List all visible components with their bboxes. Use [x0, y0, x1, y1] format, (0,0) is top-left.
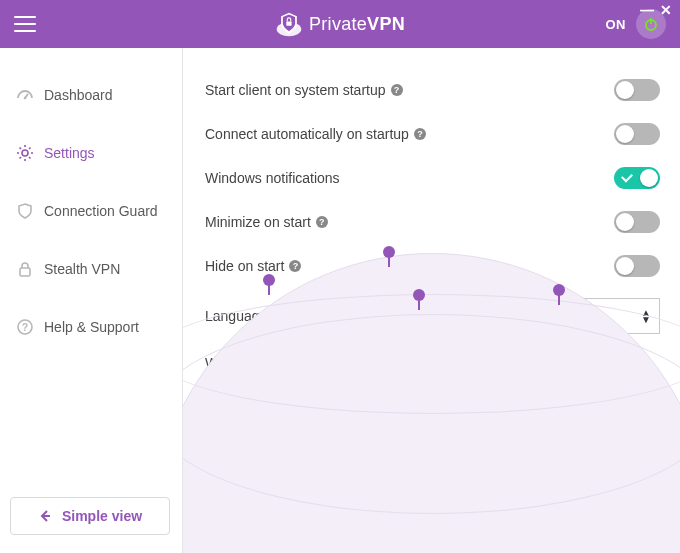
simple-view-label: Simple view — [62, 508, 142, 524]
setting-label: Connect automatically on startup? — [205, 126, 614, 142]
sidebar-item-dashboard[interactable]: Dashboard — [0, 76, 182, 114]
toggle-start-on-startup[interactable] — [614, 79, 660, 101]
svg-point-5 — [24, 97, 27, 100]
toggle-windows-notifications[interactable] — [614, 167, 660, 189]
map-pin-icon — [553, 284, 565, 296]
sidebar-item-label: Connection Guard — [44, 203, 158, 219]
setting-label: Minimize on start? — [205, 214, 614, 230]
toggle-connect-auto[interactable] — [614, 123, 660, 145]
map-pin-icon — [263, 274, 275, 286]
svg-line-11 — [20, 148, 22, 150]
help-icon[interactable]: ? — [391, 84, 403, 96]
close-button[interactable]: ✕ — [660, 2, 672, 18]
sidebar-item-help-support[interactable]: ? Help & Support — [0, 308, 182, 346]
sidebar-item-stealth-vpn[interactable]: Stealth VPN — [0, 250, 182, 288]
map-pin-icon — [383, 246, 395, 258]
help-icon[interactable]: ? — [289, 260, 301, 272]
minimize-button[interactable]: — — [640, 2, 654, 18]
help-icon[interactable]: ? — [414, 128, 426, 140]
setting-label: Windows notifications — [205, 170, 614, 186]
shield-outline-icon — [16, 202, 34, 220]
lock-icon — [16, 260, 34, 278]
svg-line-13 — [20, 157, 22, 159]
sidebar: Dashboard Settings Connection Guard Stea… — [0, 48, 183, 553]
arrow-left-icon — [38, 509, 52, 523]
help-icon[interactable]: ? — [316, 216, 328, 228]
sidebar-item-connection-guard[interactable]: Connection Guard — [0, 192, 182, 230]
app-logo: PrivateVPN — [275, 10, 405, 38]
question-icon: ? — [16, 318, 34, 336]
toggle-hide-on-start[interactable] — [614, 255, 660, 277]
setting-label: Start client on system startup? — [205, 82, 614, 98]
sidebar-item-label: Dashboard — [44, 87, 113, 103]
gauge-icon — [16, 86, 34, 104]
svg-line-14 — [29, 148, 31, 150]
brand-text: PrivateVPN — [309, 14, 405, 35]
menu-icon[interactable] — [14, 16, 36, 32]
svg-point-6 — [22, 150, 28, 156]
title-bar: PrivateVPN ON — ✕ — [0, 0, 680, 48]
svg-text:?: ? — [22, 322, 28, 333]
toggle-minimize-on-start[interactable] — [614, 211, 660, 233]
svg-line-12 — [29, 157, 31, 159]
power-icon — [643, 16, 659, 32]
sidebar-item-label: Help & Support — [44, 319, 139, 335]
gear-icon — [16, 144, 34, 162]
map-pin-icon — [413, 289, 425, 301]
simple-view-button[interactable]: Simple view — [10, 497, 170, 535]
svg-rect-1 — [286, 21, 291, 25]
svg-rect-15 — [20, 268, 30, 276]
sidebar-item-label: Stealth VPN — [44, 261, 120, 277]
shield-icon — [275, 10, 303, 38]
settings-panel: Start client on system startup? Connect … — [183, 48, 680, 553]
sidebar-item-settings[interactable]: Settings — [0, 134, 182, 172]
window-controls: — ✕ — [640, 2, 672, 18]
sidebar-item-label: Settings — [44, 145, 95, 161]
connection-status: ON — [606, 17, 627, 32]
